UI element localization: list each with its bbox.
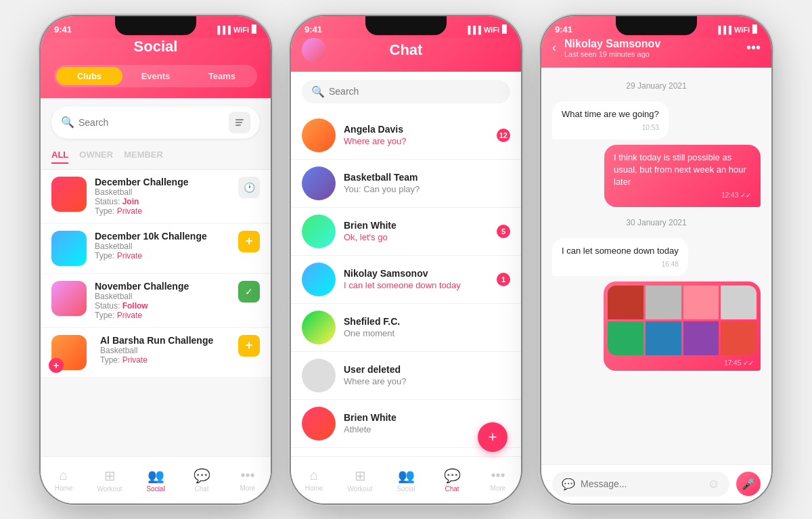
club-action-plus2[interactable]: + — [238, 335, 260, 357]
chat-avatar — [302, 311, 336, 344]
chat-info: Angela Davis Where are you? — [344, 124, 489, 146]
check-icon: ✓✓ — [743, 359, 754, 367]
list-item[interactable]: December 10k Challenge Basketball Type: … — [41, 224, 271, 273]
nav-home[interactable]: ⌂ Home — [291, 468, 337, 492]
message-bubble: What time are we going? 10:53 — [552, 101, 669, 139]
battery-icon: ▊ — [752, 25, 758, 34]
message-row: 17:45 ✓✓ — [552, 281, 761, 371]
check-icon: ✓ — [245, 286, 253, 297]
nav-more[interactable]: ••• More — [225, 468, 271, 492]
chat-name: Brien White — [344, 412, 510, 423]
chat-info: User deleted Where are you? — [344, 364, 510, 386]
more-options-button[interactable]: ••• — [746, 40, 761, 55]
club-name: Al Barsha Run Challenge — [100, 335, 230, 346]
nav-home-label: Home — [305, 484, 323, 492]
list-item[interactable]: December Challenge Basketball Status: Jo… — [41, 170, 271, 223]
social-header: Social Clubs Events Teams — [41, 38, 271, 98]
voice-button[interactable]: 🎤 — [736, 472, 761, 496]
search-input[interactable] — [78, 117, 223, 128]
chat-header: Chat — [291, 38, 521, 72]
more-icon: ••• — [240, 468, 254, 483]
status-icons: ▐▐▐ WiFi ▊ — [715, 25, 758, 34]
chat-preview: Ok, let's go — [344, 232, 489, 242]
back-button[interactable]: ‹ — [552, 41, 556, 55]
filter-all[interactable]: ALL — [51, 150, 68, 164]
nav-social[interactable]: 👥 Social — [383, 468, 429, 493]
main-tabs: Clubs Events Teams — [54, 65, 257, 87]
list-item[interactable]: Nikolay Samsonov I can let someone down … — [291, 256, 521, 304]
nav-chat[interactable]: 💬 Chat — [179, 468, 225, 493]
emoji-button[interactable]: ☺ — [708, 477, 720, 491]
list-item[interactable]: Brien White Ok, let's go 5 — [291, 208, 521, 256]
chat-icon: 💬 — [444, 468, 461, 484]
search-input[interactable] — [329, 86, 501, 97]
club-sport: Basketball — [95, 242, 230, 251]
message-bubble: I can let someone down today 16:48 — [552, 238, 688, 276]
contact-status: Last seen 19 minutes ago — [564, 50, 738, 58]
nav-workout[interactable]: ⊞ Workout — [87, 468, 133, 493]
chat-badge: 5 — [497, 225, 510, 238]
date-divider: 30 January 2021 — [552, 218, 761, 227]
chat-name: Angela Davis — [344, 124, 489, 135]
home-icon: ⌂ — [60, 468, 68, 483]
club-sport: Basketball — [95, 292, 230, 301]
list-item[interactable]: Angela Davis Where are you? 12 — [291, 112, 521, 160]
nav-more[interactable]: ••• More — [475, 468, 521, 492]
message-input[interactable] — [581, 478, 702, 489]
club-info: November Challenge Basketball Status: Fo… — [95, 281, 230, 320]
signal-icon: ▐▐▐ — [465, 26, 480, 34]
chat-name: Basketball Team — [344, 172, 510, 183]
social-icon: 👥 — [148, 468, 164, 484]
list-item[interactable]: Shefiled F.C. One moment — [291, 304, 521, 352]
tab-teams[interactable]: Teams — [189, 67, 255, 85]
message-icon: 💬 — [562, 478, 575, 491]
chat-avatar — [302, 166, 336, 200]
list-item[interactable]: November Challenge Basketball Status: Fo… — [41, 274, 271, 327]
chat-avatar — [302, 359, 336, 392]
wifi-icon: WiFi — [734, 26, 750, 34]
club-action-check[interactable]: ✓ — [238, 281, 260, 302]
filter-button[interactable] — [229, 112, 250, 133]
notch — [616, 16, 697, 35]
list-item[interactable]: Basketball Team You: Can you play? — [291, 160, 521, 208]
phone-chat-list: 9:41 ▐▐▐ WiFi ▊ Chat 🔍 Angela Davis Wher… — [291, 16, 521, 503]
filter-member[interactable]: MEMBER — [124, 150, 163, 164]
status-icons: ▐▐▐ WiFi ▊ — [465, 25, 508, 34]
nav-workout[interactable]: ⊞ Workout — [337, 468, 383, 493]
tab-clubs[interactable]: Clubs — [56, 67, 122, 85]
club-action-plus[interactable]: + — [238, 231, 260, 252]
nav-social[interactable]: 👥 Social — [133, 468, 179, 493]
add-fab-mini[interactable]: + — [49, 358, 64, 373]
search-icon: 🔍 — [61, 116, 74, 129]
more-icon: ••• — [491, 468, 505, 483]
chat-info: Brien White Ok, let's go — [344, 220, 489, 242]
list-item[interactable]: User deleted Where are you? — [291, 352, 521, 400]
search-icon: 🔍 — [311, 85, 325, 98]
filter-owner[interactable]: OWNER — [79, 150, 113, 164]
new-chat-button[interactable]: + — [478, 422, 508, 452]
nav-chat[interactable]: 💬 Chat — [429, 468, 475, 493]
club-list: December Challenge Basketball Status: Jo… — [41, 170, 271, 456]
message-time: 12:43 ✓✓ — [614, 191, 751, 200]
nav-workout-label: Workout — [97, 485, 122, 493]
plus-icon: + — [246, 338, 253, 353]
photo-thumb — [683, 286, 719, 319]
message-bubble: I think today is still possible as usual… — [604, 145, 761, 208]
photo-grid — [608, 286, 757, 355]
club-name: December 10k Challenge — [95, 231, 230, 242]
club-info: Al Barsha Run Challenge Basketball Type:… — [100, 335, 230, 365]
club-sport: Basketball — [95, 187, 230, 197]
nav-home[interactable]: ⌂ Home — [41, 468, 87, 492]
chat-list: Angela Davis Where are you? 12 Basketbal… — [291, 112, 521, 456]
user-avatar — [302, 38, 326, 62]
club-action-clock[interactable]: 🕐 — [238, 177, 260, 198]
tab-events[interactable]: Events — [122, 67, 189, 85]
filter-tabs: ALL OWNER MEMBER — [41, 147, 271, 170]
club-sport: Basketball — [100, 346, 230, 355]
chat-preview: One moment — [344, 328, 510, 338]
photo-thumb — [646, 321, 681, 355]
filter-icon — [235, 119, 244, 126]
club-avatar — [51, 177, 87, 212]
club-status: Status: Join — [95, 197, 230, 206]
list-item[interactable]: + Al Barsha Run Challenge Basketball Typ… — [41, 328, 271, 377]
